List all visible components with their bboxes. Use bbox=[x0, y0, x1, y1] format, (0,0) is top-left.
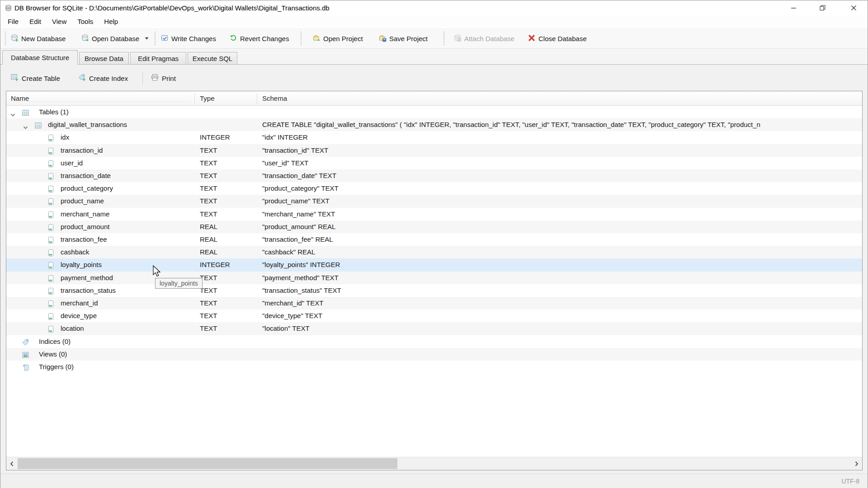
tree-cell-schema: "idx" INTEGER bbox=[262, 131, 860, 144]
tree-row-transaction_date[interactable]: transaction_dateTEXT"transaction_date" T… bbox=[6, 169, 862, 182]
menu-file[interactable]: File bbox=[2, 15, 24, 28]
tree-cell-schema: "transaction_status" TEXT bbox=[262, 284, 860, 297]
close-database-icon bbox=[528, 34, 536, 43]
tree-cell-name: product_name bbox=[61, 195, 104, 207]
tree-cell-schema: "location" TEXT bbox=[262, 322, 860, 335]
field-icon bbox=[47, 235, 55, 243]
field-icon bbox=[47, 197, 55, 205]
tab-execute-sql[interactable]: Execute SQL bbox=[188, 52, 237, 64]
tab-browse-data[interactable]: Browse Data bbox=[79, 52, 129, 64]
tree-row-transaction_id[interactable]: transaction_idTEXT"transaction_id" TEXT bbox=[6, 144, 862, 157]
tree-row-tables-1[interactable]: Tables (1) bbox=[6, 106, 862, 118]
tree-row-triggers-0[interactable]: Triggers (0) bbox=[6, 361, 862, 373]
chevron-down-icon[interactable] bbox=[145, 37, 149, 40]
tree-body: Tables (1)digital_wallet_transactionsCRE… bbox=[6, 91, 862, 456]
field-icon bbox=[47, 210, 55, 218]
tree-cell-type: TEXT bbox=[200, 310, 217, 322]
tree-row-payment_method[interactable]: payment_methodTEXT"payment_method" TEXT bbox=[6, 272, 862, 284]
menu-tools[interactable]: Tools bbox=[72, 15, 99, 28]
horizontal-scrollbar[interactable] bbox=[6, 457, 862, 470]
restore-icon bbox=[820, 5, 826, 11]
create-table-button[interactable]: Create Table bbox=[7, 70, 64, 86]
tree-cell-type: INTEGER bbox=[200, 258, 230, 271]
tree-cell-schema: "transaction_date" TEXT bbox=[262, 169, 860, 182]
tree-cell-type: INTEGER bbox=[200, 131, 230, 144]
table-icon bbox=[22, 108, 29, 116]
tree-row-location[interactable]: locationTEXT"location" TEXT bbox=[6, 322, 862, 335]
menu-view[interactable]: View bbox=[47, 15, 72, 28]
tree-cell-name: transaction_status bbox=[61, 284, 116, 297]
toolbar-separator bbox=[301, 32, 302, 45]
tree-cell-type: TEXT bbox=[200, 195, 217, 207]
minimize-button[interactable] bbox=[781, 0, 806, 15]
tree-row-indices-0[interactable]: Indices (0) bbox=[6, 335, 862, 348]
tree-row-idx[interactable]: idxINTEGER"idx" INTEGER bbox=[6, 131, 862, 144]
expand-arrow-icon[interactable] bbox=[23, 122, 28, 128]
scroll-left-icon[interactable] bbox=[7, 457, 17, 470]
tree-cell-type: TEXT bbox=[200, 208, 217, 221]
scrollbar-thumb[interactable] bbox=[18, 458, 397, 469]
tree-cell-type: TEXT bbox=[200, 169, 217, 182]
tree-cell-schema: "merchant_name" TEXT bbox=[262, 208, 860, 221]
restore-button[interactable] bbox=[810, 0, 835, 15]
app-icon bbox=[5, 4, 12, 12]
encoding-label: UTF-8 bbox=[841, 474, 859, 488]
tree-row-product_name[interactable]: product_nameTEXT"product_name" TEXT bbox=[6, 195, 862, 207]
tree-row-transaction_status[interactable]: transaction_statusTEXT"transaction_statu… bbox=[6, 284, 862, 297]
field-icon bbox=[47, 223, 55, 230]
tree-cell-schema: "transaction_fee" REAL bbox=[262, 233, 860, 246]
scroll-right-icon[interactable] bbox=[851, 457, 862, 470]
open-project-button[interactable]: Open Project bbox=[309, 30, 367, 47]
tree-row-merchant_name[interactable]: merchant_nameTEXT"merchant_name" TEXT bbox=[6, 208, 862, 221]
menu-help[interactable]: Help bbox=[99, 15, 123, 28]
print-button[interactable]: Print bbox=[147, 70, 179, 86]
toolbar-separator bbox=[142, 72, 143, 84]
tab-database-structure[interactable]: Database Structure bbox=[2, 50, 78, 65]
attach-database-button[interactable]: Attach Database bbox=[450, 30, 518, 47]
tree-row-transaction_fee[interactable]: transaction_feeREAL"transaction_fee" REA… bbox=[6, 233, 862, 246]
tree-row-views-0[interactable]: Views (0) bbox=[6, 348, 862, 361]
tree-cell-type: TEXT bbox=[200, 144, 217, 157]
tree-row-user_id[interactable]: user_idTEXT"user_id" TEXT bbox=[6, 157, 862, 169]
field-icon bbox=[47, 286, 55, 294]
tree-cell-name: payment_method bbox=[61, 272, 113, 284]
field-icon bbox=[47, 133, 55, 141]
expand-arrow-icon[interactable] bbox=[10, 109, 16, 115]
tree-cell-name: Triggers (0) bbox=[39, 361, 74, 373]
save-project-button[interactable]: Save Project bbox=[375, 30, 431, 47]
field-icon bbox=[47, 184, 55, 192]
tree-cell-name: product_amount bbox=[61, 221, 109, 233]
tree-cell-schema: "merchant_id" TEXT bbox=[262, 297, 860, 310]
field-icon bbox=[47, 274, 55, 282]
close-database-button[interactable]: Close Database bbox=[524, 30, 590, 47]
close-button[interactable] bbox=[839, 0, 868, 15]
open-database-button[interactable]: Open Database bbox=[77, 30, 152, 47]
tree-cell-type: TEXT bbox=[200, 157, 217, 169]
tree-row-loyalty_points[interactable]: loyalty_pointsINTEGER"loyalty_points" IN… bbox=[6, 258, 862, 271]
main-toolbar: New Database Open Database Write Changes… bbox=[0, 28, 868, 49]
create-index-button[interactable]: Create Index bbox=[74, 70, 132, 86]
status-bar: UTF-8 bbox=[0, 474, 868, 488]
menu-edit[interactable]: Edit bbox=[24, 15, 47, 28]
write-changes-button[interactable]: Write Changes bbox=[157, 30, 220, 47]
views-icon bbox=[22, 350, 29, 358]
tree-cell-name: Indices (0) bbox=[39, 335, 71, 348]
new-database-button[interactable]: New Database bbox=[7, 30, 69, 47]
tree-row-digital_wallet_transactions[interactable]: digital_wallet_transactionsCREATE TABLE … bbox=[6, 118, 862, 131]
mouse-cursor bbox=[152, 265, 162, 280]
indices-icon bbox=[22, 338, 29, 345]
attach-database-icon bbox=[453, 34, 462, 43]
tree-row-product_amount[interactable]: product_amountREAL"product_amount" REAL bbox=[6, 221, 862, 233]
tree-cell-schema: CREATE TABLE "digital_wallet_transaction… bbox=[262, 118, 860, 131]
tree-cell-name: idx bbox=[61, 131, 69, 144]
tree-row-cashback[interactable]: cashbackREAL"cashback" REAL bbox=[6, 246, 862, 258]
tab-edit-pragmas[interactable]: Edit Pragmas bbox=[130, 52, 186, 64]
tree-cell-schema: "payment_method" TEXT bbox=[262, 272, 860, 284]
title-bar: DB Browser for SQLite - D:\Documents\Git… bbox=[0, 0, 868, 15]
tree-cell-name: Views (0) bbox=[39, 348, 67, 361]
tree-row-product_category[interactable]: product_categoryTEXT"product_category" T… bbox=[6, 182, 862, 195]
tree-row-merchant_id[interactable]: merchant_idTEXT"merchant_id" TEXT bbox=[6, 297, 862, 310]
tree-row-device_type[interactable]: device_typeTEXT"device_type" TEXT bbox=[6, 310, 862, 322]
revert-changes-button[interactable]: Revert Changes bbox=[226, 30, 292, 47]
tree-cell-schema: "product_category" TEXT bbox=[262, 182, 860, 195]
